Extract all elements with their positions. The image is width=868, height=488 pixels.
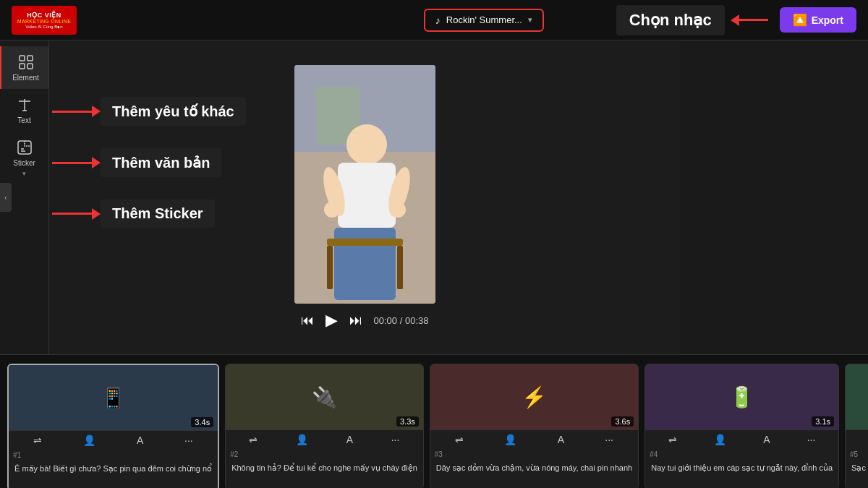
clip-duration: 3.6s [611,416,634,427]
clip-text-icon[interactable]: A [137,435,143,446]
sidebar-item-text[interactable]: Text [0,89,48,132]
svg-rect-1 [27,56,33,61]
clip-controls: ⇌ 👤 A ··· [226,429,423,449]
person-svg [294,65,435,304]
play-pause-button[interactable]: ▶ [326,311,338,330]
center-canvas: p-sync will be available after exportin.… [49,40,680,354]
element-label: Element [12,74,39,82]
svg-rect-0 [20,56,25,61]
clip-thumb-bg: ⚡ [430,364,638,429]
element-icon [17,53,35,71]
time-separator: / [400,315,405,326]
clip-card[interactable]: ⚡ 3.6s ⇌ 👤 A ··· #3 Dây sạc dỏm vừa chậm… [430,364,639,488]
clip-controls: ⇌ 👤 A ··· [645,429,838,449]
clip-card[interactable]: 📱 3.4s ⇌ 👤 A ··· #1 Ê mấy bà! Biết gì ch… [7,364,219,488]
collapse-handle[interactable]: ‹ [0,183,12,212]
music-icon: ♪ [435,14,441,26]
clip-duration: 3.4s [191,417,213,427]
current-time: 00:00 [374,315,398,326]
clip-thumb-bg: 🔋 [645,364,838,429]
clip-sync-icon[interactable]: ⇌ [455,434,464,445]
clip-caption: Nay tui giới thiệu em cáp sạc tự ngắt nà… [645,460,838,488]
sticker-icon [16,139,33,156]
music-arrow [731,14,768,26]
clip-person-icon[interactable]: 👤 [714,434,726,445]
text-icon [16,96,33,114]
clip-duration: 3.1s [812,416,834,427]
clip-text-icon[interactable]: A [763,434,770,445]
sidebar-item-sticker[interactable]: Sticker ▾ [0,132,48,184]
bottom-timeline[interactable]: 📱 3.4s ⇌ 👤 A ··· #1 Ê mấy bà! Biết gì ch… [0,354,868,488]
text-label: Text [17,116,30,124]
svg-rect-20 [327,239,403,246]
logo-area: HỌC VIỆN MARKETING ONLINE Video AI Cùng … [12,6,77,35]
clip-sync-icon[interactable]: ⇌ [668,434,677,445]
clip-thumbnail: 🔋 3.1s [645,364,838,429]
clip-controls: ⇌ 👤 A ··· [846,429,868,449]
sticker-chevron: ▾ [22,170,26,177]
skip-back-button[interactable]: ⏮ [301,313,314,328]
clip-emoji: 🔌 [312,385,337,409]
logo: HỌC VIỆN MARKETING ONLINE Video AI Cùng … [12,6,77,35]
svg-rect-2 [20,64,25,69]
clip-more-icon[interactable]: ··· [391,434,400,445]
clip-emoji: 🔋 [729,385,754,409]
sidebar-item-element[interactable]: Element [0,46,48,89]
clip-duration: 3.3s [396,416,419,427]
svg-rect-3 [27,64,33,69]
skip-forward-button[interactable]: ⏭ [349,313,362,328]
svg-rect-7 [18,141,31,154]
clip-thumb-bg: 🔌 [846,364,868,429]
clip-text-icon[interactable]: A [346,434,353,445]
video-preview: p-sync will be available after exportin.… [294,65,435,304]
sticker-label: Sticker [13,159,35,167]
clip-thumbnail: 🔌 3.3s [226,364,423,429]
logo-tagline: Video AI Cùng Bạn [25,24,62,29]
clip-person-icon[interactable]: 👤 [296,434,308,445]
clip-sync-icon[interactable]: ⇌ [33,435,42,446]
right-panel [680,40,868,354]
clip-card[interactable]: 🔌 3.4s ⇌ 👤 A ··· #5 Sạc đầy tự ngắt, khỏ… [845,364,868,488]
svg-point-19 [390,202,406,218]
svg-rect-22 [397,246,403,289]
clip-card[interactable]: 🔋 3.1s ⇌ 👤 A ··· #4 Nay tui giới thiệu e… [644,364,839,488]
music-label: Rockin' Summer... [446,14,522,25]
time-display: 00:00 / 00:38 [374,315,429,326]
clip-controls: ⇌ 👤 A ··· [9,430,218,450]
music-arrowhead-left [731,14,739,26]
export-icon: 🔼 [793,13,807,27]
clip-thumb-bg: 📱 [9,365,218,430]
clip-number: #2 [226,449,423,460]
music-annotation-label: Chọn nhạc [616,5,725,35]
player-controls: ⏮ ▶ ⏭ 00:00 / 00:38 [301,311,429,330]
clip-person-icon[interactable]: 👤 [504,434,516,445]
music-selector[interactable]: ♪ Rockin' Summer... ▾ [424,9,544,32]
svg-rect-21 [327,246,333,289]
clip-person-icon[interactable]: 👤 [83,435,95,446]
clip-caption: Ê mấy bà! Biết gì chưa? Sạc pin qua đêm … [9,461,218,488]
clip-sync-icon[interactable]: ⇌ [249,434,258,445]
clip-number: #5 [846,449,868,460]
music-chevron-icon: ▾ [528,15,532,25]
clip-caption: Sạc đầy tự ngắt, khỏi lo chai pin, cháy … [846,460,868,488]
clip-caption: Dây sạc dỏm vừa chậm, vừa nóng máy, chai… [430,460,638,488]
left-sidebar: ‹ Element Text [0,40,49,354]
video-content: p-sync will be available after exportin.… [294,65,435,304]
clip-more-icon[interactable]: ··· [807,434,816,445]
clip-emoji: 📱 [101,386,126,410]
music-arrow-line [739,19,768,21]
music-annotation-container: Chọn nhạc [616,5,768,35]
export-button[interactable]: 🔼 Export [780,7,856,33]
total-time: 00:38 [405,315,429,326]
clip-text-icon[interactable]: A [558,434,564,445]
svg-point-13 [346,124,387,165]
clip-card[interactable]: 🔌 3.3s ⇌ 👤 A ··· #2 Không tin hả? Để tui… [225,364,424,488]
clip-thumbnail: 📱 3.4s [9,365,218,430]
main-area: ‹ Element Text [0,40,868,354]
logo-title: HỌC VIỆN [27,12,61,19]
clip-more-icon[interactable]: ··· [184,435,193,446]
export-label: Export [812,14,843,26]
top-bar: HỌC VIỆN MARKETING ONLINE Video AI Cùng … [0,0,868,40]
clip-more-icon[interactable]: ··· [605,434,613,445]
clip-caption: Không tin hả? Để tui kể cho nghe mấy vụ … [226,460,423,488]
